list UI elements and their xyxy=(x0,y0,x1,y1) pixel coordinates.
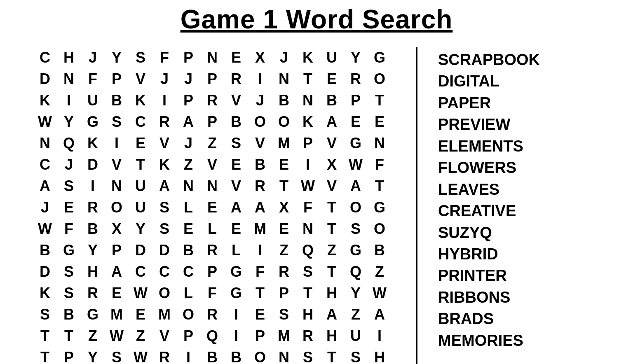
grid-row: WYGSCRAPBOOKAEE xyxy=(33,111,392,133)
word-list-item: PAPER xyxy=(438,92,540,114)
grid-cell: P xyxy=(344,90,368,111)
grid-cell: Y xyxy=(57,111,81,133)
grid-cell: I xyxy=(105,133,129,154)
word-list-item: CREATIVE xyxy=(438,200,540,222)
grid-cell: K xyxy=(33,90,57,111)
grid-cell: K xyxy=(129,90,152,111)
grid-cell: S xyxy=(57,282,81,304)
grid-cell: T xyxy=(368,90,392,111)
grid-cell: E xyxy=(248,304,272,325)
grid-cell: N xyxy=(57,68,81,90)
grid-row: KSREWOLFGTPTHYW xyxy=(33,282,392,304)
grid-cell: B xyxy=(176,240,200,261)
grid-cell: S xyxy=(152,218,176,240)
grid-cell: L xyxy=(200,218,224,240)
grid-row: DSHACCCPGFRSTQZ xyxy=(33,261,392,282)
grid-cell: E xyxy=(272,218,296,240)
grid-cell: S xyxy=(272,304,296,325)
grid-cell: Y xyxy=(81,347,105,364)
grid-cell: H xyxy=(57,47,81,68)
grid-cell: W xyxy=(296,175,320,197)
grid-cell: I xyxy=(81,175,105,197)
grid-cell: N xyxy=(200,175,224,197)
word-list-item: PRINTER xyxy=(438,265,540,286)
grid-cell: E xyxy=(224,47,248,68)
vertical-divider xyxy=(416,47,417,364)
word-list: SCRAPBOOKDIGITALPAPERPREVIEWELEMENTSFLOW… xyxy=(426,47,540,351)
grid-cell: Q xyxy=(57,133,81,154)
grid-cell: B xyxy=(224,347,248,364)
grid-cell: S xyxy=(129,47,152,68)
grid-cell: J xyxy=(176,133,200,154)
grid-cell: N xyxy=(296,218,320,240)
grid-cell: J xyxy=(272,47,296,68)
grid-cell: R xyxy=(248,175,272,197)
grid-cell: J xyxy=(57,154,81,175)
word-list-item: SCRAPBOOK xyxy=(438,49,540,70)
grid-cell: R xyxy=(296,325,320,347)
grid-cell: L xyxy=(176,197,200,218)
grid-cell: T xyxy=(33,325,57,347)
grid-cell: V xyxy=(152,133,176,154)
grid-cell: E xyxy=(200,197,224,218)
grid-cell: H xyxy=(320,282,344,304)
grid-cell: U xyxy=(81,90,105,111)
grid-row: SBGMEMORIESHAZA xyxy=(33,304,392,325)
grid-cell: N xyxy=(176,175,200,197)
grid-cell: V xyxy=(248,133,272,154)
grid-cell: F xyxy=(248,261,272,282)
grid-cell: S xyxy=(152,197,176,218)
grid-cell: H xyxy=(81,261,105,282)
grid-cell: A xyxy=(320,304,344,325)
grid-cell: S xyxy=(57,261,81,282)
grid-cell: P xyxy=(176,325,200,347)
grid-cell: F xyxy=(200,282,224,304)
grid-cell: E xyxy=(176,218,200,240)
grid-cell: S xyxy=(105,111,129,133)
grid-cell: O xyxy=(368,68,392,90)
grid-cell: F xyxy=(368,154,392,175)
grid-cell: J xyxy=(176,68,200,90)
grid-row: DNFPVJJPRINTERO xyxy=(33,68,392,90)
grid-cell: A xyxy=(176,111,200,133)
grid-cell: B xyxy=(320,90,344,111)
grid-cell: G xyxy=(81,111,105,133)
grid-cell: I xyxy=(57,90,81,111)
grid-cell: N xyxy=(368,133,392,154)
grid-cell: Y xyxy=(129,218,152,240)
grid-cell: K xyxy=(81,133,105,154)
word-list-item: RIBBONS xyxy=(438,287,540,308)
grid-cell: O xyxy=(105,197,129,218)
grid-cell: A xyxy=(368,304,392,325)
grid-cell: W xyxy=(129,282,152,304)
grid-cell: G xyxy=(224,282,248,304)
grid-cell: E xyxy=(57,197,81,218)
grid-cell: P xyxy=(296,133,320,154)
grid-cell: J xyxy=(152,68,176,90)
grid-cell: B xyxy=(57,304,81,325)
grid-cell: C xyxy=(129,261,152,282)
grid-cell: X xyxy=(320,154,344,175)
grid-cell: P xyxy=(176,90,200,111)
grid-cell: H xyxy=(368,347,392,364)
grid-cell: N xyxy=(33,133,57,154)
word-list-item: SUZYQ xyxy=(438,222,540,243)
grid-cell: Z xyxy=(344,304,368,325)
grid-cell: E xyxy=(272,154,296,175)
grid-cell: B xyxy=(200,347,224,364)
grid-cell: E xyxy=(368,111,392,133)
grid-cell: T xyxy=(57,325,81,347)
grid-cell: B xyxy=(33,240,57,261)
grid-cell: K xyxy=(33,282,57,304)
grid-cell: G xyxy=(57,240,81,261)
grid-cell: F xyxy=(81,68,105,90)
grid-cell: D xyxy=(152,240,176,261)
grid-row: JEROUSLEAAXFTOG xyxy=(33,197,392,218)
grid-cell: V xyxy=(320,175,344,197)
grid-cell: P xyxy=(200,261,224,282)
main-content: CHJYSFPNEXJKUYGDNFPVJJPRINTEROKIUBKIPRVJ… xyxy=(0,47,633,364)
grid-cell: I xyxy=(152,90,176,111)
grid-cell: O xyxy=(152,282,176,304)
grid-cell: E xyxy=(105,282,129,304)
grid-cell: Q xyxy=(200,325,224,347)
